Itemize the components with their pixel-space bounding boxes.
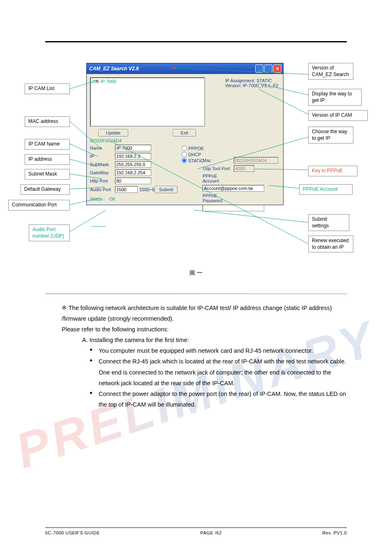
gateway-label: GateWay <box>90 170 113 175</box>
bullet-2: Connect the RJ-45 jack which is located … <box>99 356 347 388</box>
footer-left: 5C-7000 USER'S GUIDE <box>45 530 100 535</box>
submask-input[interactable] <box>115 161 151 168</box>
audioport-input[interactable] <box>115 186 138 193</box>
figure-label: 圖 一 <box>45 269 347 277</box>
window-title: CAM_EZ Search V2.6 <box>89 66 139 72</box>
top-rule <box>45 41 347 42</box>
pppoe-pwd-input[interactable] <box>203 205 264 211</box>
minimize-icon[interactable]: _ <box>255 65 263 73</box>
callout-commport: Communication Port <box>8 200 70 210</box>
mac-display: 00150F002AD4 <box>90 138 280 143</box>
callout-versioncam: Version of IP CAM <box>308 110 368 121</box>
ip-input[interactable] <box>115 153 151 160</box>
pppoe-acct-input[interactable] <box>203 185 264 192</box>
pppoe-pwd-label: PPPoE Password <box>203 193 232 203</box>
ip-label: IP <box>90 154 113 159</box>
callout-keyin: Key in PPPoE <box>308 166 357 176</box>
audioport-label: Audio Port <box>90 187 113 192</box>
callout-renew: Renew executed to obtain an IP <box>308 236 353 252</box>
callout-subnet: Subnet Mask <box>25 169 70 180</box>
httpport-input[interactable] <box>115 178 151 184</box>
status-label: Status : <box>90 197 105 201</box>
static-radio[interactable]: STATIC <box>182 158 204 163</box>
callout-pppoeacct: PPPoE Account <box>299 184 353 195</box>
udp-label: Udp Tool Port <box>203 166 232 171</box>
footer-center: PAGE /62 <box>201 530 222 535</box>
pppoe-acct-label: PPPoE Account <box>203 173 232 183</box>
httpport-label: Http Port <box>90 178 113 183</box>
callout-gateway: Default Gateway <box>21 184 70 195</box>
close-icon[interactable]: ✕ <box>273 65 281 73</box>
body-content: ※ The following network architecture is … <box>45 293 347 410</box>
callout-ipaddr: IP address <box>25 154 70 165</box>
svg-line-7 <box>70 210 106 231</box>
dhcp-radio[interactable]: DHCP <box>182 152 204 157</box>
callout-ipcamlist: IP CAM List <box>25 83 70 94</box>
maximize-icon[interactable]: □ <box>264 65 272 73</box>
bullet-3: Connect the power adaptor to the power p… <box>99 388 347 410</box>
callout-ipcamname: IP CAM Name <box>25 139 70 150</box>
callout-submit: Submit settings <box>308 214 349 231</box>
footer-right: Rev. PV1.0 <box>322 530 347 535</box>
version-label: Version: IP-7000_V3.1_F2 <box>225 83 278 88</box>
callout-chooseway: Choose the way to get IP <box>308 127 353 143</box>
pppoe-radio[interactable]: PPPOE <box>182 146 204 151</box>
footer: 5C-7000 USER'S GUIDE PAGE /62 Rev. PV1.0 <box>45 527 347 535</box>
callout-audioport: Audio Port number (UDP) <box>29 224 70 241</box>
bullet-1: You computer must be equipped with netwo… <box>99 345 347 356</box>
para-1: ※ The following network architecture is … <box>62 303 347 324</box>
para-2: Please refer to the following instructio… <box>62 324 347 335</box>
listbox-item[interactable]: 255 IP-7000 <box>92 79 203 84</box>
callout-displayway: Display the way to get IP <box>308 89 362 106</box>
submask-label: SubMask <box>90 162 113 167</box>
ip-cam-listbox[interactable]: 255 IP-7000 <box>90 77 205 127</box>
callout-version: Version of CAM_EZ Search <box>308 63 353 80</box>
update-button[interactable]: Update <box>98 129 128 136</box>
name-label: Name <box>90 146 113 150</box>
mac-label-r: Mac <box>203 158 232 163</box>
list-a: A. Installing the camera for the first t… <box>82 335 347 345</box>
titlebar: CAM_EZ Search V2.6 _ □ ✕ <box>87 63 283 74</box>
submit-button[interactable]: Submit <box>154 186 178 193</box>
blue-divider <box>45 293 347 294</box>
ip-assignment-label: IP Assignment: STATIC <box>225 78 278 83</box>
app-window: CAM_EZ Search V2.6 _ □ ✕ 255 IP-7000 IP … <box>86 63 284 205</box>
status-value: OK <box>109 197 115 201</box>
callout-mac: MAC address <box>25 116 70 127</box>
exit-button[interactable]: Exit <box>173 129 196 136</box>
udp-input <box>234 165 254 172</box>
name-input[interactable] <box>115 145 151 151</box>
mac-input-r <box>234 157 278 164</box>
gateway-input[interactable] <box>115 169 151 176</box>
diagram: CAM_EZ Search V2.6 _ □ ✕ 255 IP-7000 IP … <box>45 63 347 285</box>
